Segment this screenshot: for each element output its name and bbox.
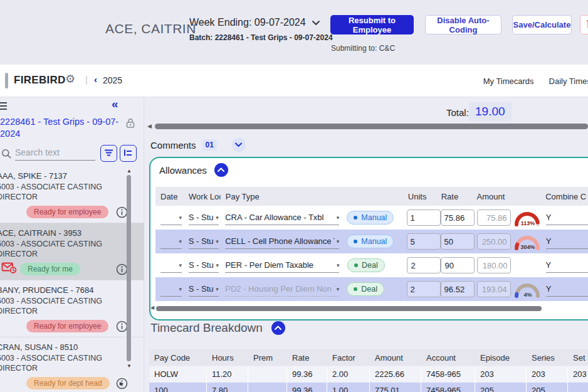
- comments-expand-button[interactable]: [232, 138, 246, 152]
- week-ending-dropdown[interactable]: Week Ending: 09-07-2024: [189, 17, 333, 28]
- status-badge: Ready for employee: [26, 320, 108, 332]
- breakdown-cell: 7458-965: [421, 366, 475, 382]
- combine-check-field[interactable]: Y: [546, 235, 588, 249]
- comments-count-badge: 01: [202, 139, 217, 151]
- nav-my-timecards[interactable]: My Timecards: [483, 77, 534, 86]
- amount-cell: [472, 233, 512, 250]
- list-icon[interactable]: [0, 101, 8, 114]
- breakdown-column-header: Factor: [327, 353, 370, 363]
- chevron-down-icon: ▾: [337, 238, 340, 245]
- date-select[interactable]: ▾: [160, 282, 182, 297]
- date-cell: ▾: [155, 282, 184, 297]
- rate-gauge: 304%: [512, 233, 541, 250]
- allowances-column-header: Rate: [436, 192, 472, 201]
- breakdown-cell: 203: [527, 366, 568, 382]
- unlock-icon[interactable]: [125, 117, 135, 131]
- rate-input[interactable]: [441, 281, 475, 297]
- breakdown-column-header: Rate: [287, 353, 327, 363]
- units-cell: [402, 281, 436, 297]
- horizontal-scrollbar-top[interactable]: [155, 124, 588, 129]
- scroll-left-arrow[interactable]: ◀: [150, 305, 154, 310]
- amount-cell: [472, 209, 512, 226]
- batch-link[interactable]: 2228461 - Test Grips - 09-07-2024: [0, 116, 123, 140]
- breakdown-column-header: Pay Code: [149, 353, 207, 363]
- vertical-scrollbar[interactable]: [127, 175, 131, 361]
- date-select[interactable]: ▾: [160, 235, 182, 249]
- disable-auto-coding-button[interactable]: Disable Auto-Coding: [425, 15, 501, 34]
- work-loc-cell: S - Studio▾: [184, 258, 221, 273]
- work-loc-value: S - Studio: [189, 213, 214, 222]
- pay-type-cell: PER - Per Diem Taxable▾: [220, 258, 342, 273]
- badge-dot-icon: [354, 287, 357, 291]
- breakdown-row[interactable]: 1007.8099.361.00775.017458-965205205: [149, 383, 588, 392]
- collapse-allowances-button[interactable]: [214, 163, 228, 177]
- breakdown-row[interactable]: HOLW11.2099.362.002225.667458-9652032032…: [149, 366, 588, 382]
- scroll-down-arrow[interactable]: ▼: [127, 363, 132, 369]
- gear-icon[interactable]: ⚙: [65, 72, 75, 86]
- resubmit-to-employee-button[interactable]: Resubmit to Employee: [330, 15, 414, 34]
- scroll-right-arrow[interactable]: ▶: [120, 381, 123, 386]
- date-select[interactable]: ▾: [160, 258, 182, 273]
- breakdown-cell: 205: [527, 383, 568, 392]
- combine-cell: Y: [541, 211, 588, 225]
- employee-name-label: AAA, SPIKE - 7137: [0, 171, 129, 181]
- deal-badge: Deal: [347, 258, 385, 272]
- employee-list-item[interactable]: AAA, SPIKE - 71375003 - ASSOCIATE CASTIN…: [0, 166, 144, 223]
- breakdown-cell: 99.36: [287, 383, 327, 392]
- work-loc-select[interactable]: S - Studio▾: [189, 235, 219, 249]
- pay-type-select[interactable]: CRA - Car Allowance - Txbl▾: [225, 211, 339, 225]
- nav-daily-timesheets[interactable]: Daily Timesh: [549, 77, 588, 86]
- employee-list-item[interactable]: BANY, PRUDENCE - 76845003 - ASSOCIATE CA…: [0, 280, 144, 337]
- save-calculate-button[interactable]: Save/Calculate: [512, 15, 572, 34]
- breakdown-column-header: Amount: [370, 353, 421, 363]
- employee-list-item[interactable]: ACE, CAITRAIN - 39535003 - ASSOCIATE CAS…: [0, 223, 144, 280]
- rate-input[interactable]: [441, 257, 475, 273]
- work-loc-select[interactable]: S - Studio▾: [189, 282, 219, 297]
- breakdown-cell: 203: [568, 366, 588, 382]
- search-input[interactable]: [15, 146, 95, 161]
- allowances-column-header: Amount: [472, 192, 513, 201]
- chevron-down-icon: ▾: [179, 286, 182, 292]
- horizontal-scrollbar-allowances[interactable]: [156, 306, 542, 311]
- date-select[interactable]: ▾: [160, 211, 182, 225]
- scroll-up-arrow[interactable]: ▲: [127, 168, 132, 174]
- pay-type-select[interactable]: CELL - Cell Phone Allowance Ta▾: [225, 235, 339, 249]
- status-badge: Ready for me: [20, 263, 80, 275]
- allowances-column-header: Date: [155, 192, 184, 201]
- search-row: [0, 145, 144, 164]
- pay-type-select[interactable]: PER - Per Diem Taxable▾: [225, 258, 339, 273]
- pay-type-cell: CRA - Car Allowance - Txbl▾: [220, 211, 342, 225]
- combine-check-field[interactable]: Y: [546, 282, 588, 297]
- combine-check-field[interactable]: Y: [546, 258, 588, 273]
- scroll-left-arrow[interactable]: ◀: [147, 123, 152, 129]
- combine-cell: Y: [541, 235, 588, 249]
- comments-label: Comments: [150, 140, 196, 151]
- source-badge-cell: Manual: [342, 235, 401, 248]
- rate-input[interactable]: [441, 233, 475, 250]
- chevron-down-icon: ▾: [216, 238, 219, 245]
- amount-input: [477, 257, 511, 273]
- rate-cell: [436, 209, 472, 226]
- employee-role-label: 5003 - ASSOCIATE CASTING DIRECTOR: [0, 353, 122, 373]
- combine-check-field[interactable]: Y: [546, 211, 588, 225]
- breakdown-cell: 99.36: [287, 366, 327, 382]
- badge-dot-icon: [354, 240, 357, 243]
- units-cell: [402, 257, 436, 273]
- delete-timecard-button[interactable]: [580, 15, 588, 34]
- work-loc-select[interactable]: S - Studio▾: [189, 258, 219, 273]
- svg-text:4%: 4%: [523, 292, 532, 298]
- work-loc-select[interactable]: S - Studio▾: [189, 211, 219, 225]
- project-title: FIREBIRD: [14, 74, 66, 87]
- pay-type-cell: PD2 - Housing Per Diem Non Ta▾: [220, 282, 342, 297]
- breakdown-cell: 775.01: [370, 383, 421, 392]
- filter-button[interactable]: [100, 145, 117, 162]
- collapse-breakdown-button[interactable]: [271, 321, 285, 335]
- back-chevron-icon[interactable]: ‹: [94, 74, 97, 85]
- collapse-sidebar-icon[interactable]: «: [112, 98, 118, 110]
- rate-input[interactable]: [441, 209, 475, 226]
- sort-button[interactable]: [120, 145, 137, 162]
- pay-type-select[interactable]: PD2 - Housing Per Diem Non Ta▾: [225, 282, 339, 297]
- chevron-down-icon: ▾: [179, 238, 182, 245]
- allowances-column-header: Pay Type: [221, 192, 403, 201]
- manual-badge: Manual: [347, 211, 394, 225]
